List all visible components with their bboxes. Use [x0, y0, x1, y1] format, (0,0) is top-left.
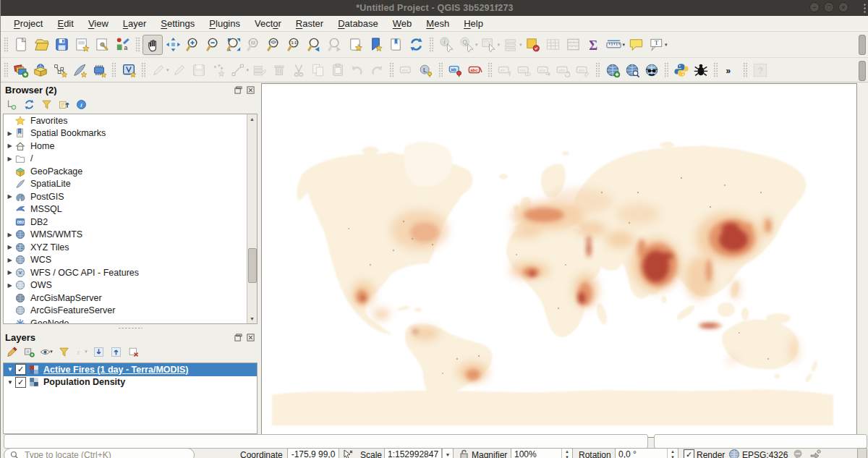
- expander-icon[interactable]: ▼: [5, 379, 15, 386]
- expander-icon[interactable]: ▶: [5, 282, 14, 289]
- browser-item-arcgismapserver[interactable]: ArcGisMapServer: [4, 292, 257, 305]
- toolbar-drag-handle[interactable]: [859, 61, 866, 81]
- toolbar-grip[interactable]: [389, 62, 393, 78]
- scroll-up-icon[interactable]: ▲: [247, 114, 257, 124]
- locator-input[interactable]: [23, 449, 171, 458]
- show-bookmarks-button[interactable]: [365, 35, 386, 55]
- browser-item-wms-wmts[interactable]: ▶WMS/WMTS: [4, 229, 257, 242]
- add-vector-layer-button[interactable]: [30, 60, 50, 80]
- debug-bug-button[interactable]: [691, 60, 710, 80]
- toolbar-grip[interactable]: [713, 62, 718, 78]
- zoom-full-button[interactable]: [224, 35, 244, 55]
- layer-row-population-density[interactable]: ▼✓Population Density: [4, 376, 257, 389]
- data-source-manager-button[interactable]: [11, 60, 30, 80]
- globe-incognito-button[interactable]: [642, 60, 661, 80]
- new-print-layout-button[interactable]: [72, 35, 92, 55]
- add-group-button[interactable]: [21, 344, 37, 359]
- zoom-in-button[interactable]: [183, 35, 203, 55]
- menu-layer[interactable]: Layer: [116, 17, 154, 30]
- browser-item-arcgisfeatureserver[interactable]: ArcGisFeatureServer: [4, 305, 257, 318]
- label-sphere-button[interactable]: L: [416, 60, 435, 80]
- browser-item-wcs[interactable]: ▶WCS: [4, 254, 257, 267]
- menu-view[interactable]: View: [81, 17, 116, 30]
- toolbar-grip[interactable]: [4, 37, 8, 53]
- expander-icon[interactable]: ▶: [5, 143, 14, 149]
- browser-item-geonode[interactable]: GeoNode: [4, 317, 257, 324]
- select-by-form-button[interactable]: [523, 35, 543, 55]
- browser-item-mssql[interactable]: MSSQL: [4, 203, 257, 216]
- collapse-tree-button[interactable]: [56, 97, 72, 111]
- toolbar-grip[interactable]: [488, 62, 492, 78]
- zoom-native-button[interactable]: 1:1: [284, 35, 305, 55]
- pan-map-button[interactable]: [142, 35, 163, 55]
- expander-icon[interactable]: ▶: [5, 232, 14, 238]
- browser-item-spatialite[interactable]: SpatiaLite: [4, 178, 257, 191]
- statusbar-resize-handle[interactable]: [857, 448, 867, 458]
- expander-icon[interactable]: ▶: [5, 244, 14, 250]
- render-checkbox[interactable]: ✓: [684, 449, 694, 458]
- globe-search-button[interactable]: [622, 60, 642, 80]
- new-virtual-layer-button[interactable]: [119, 60, 138, 80]
- text-annotation-button[interactable]: T: [646, 35, 666, 55]
- toolbar-grip[interactable]: [438, 62, 443, 78]
- open-project-button[interactable]: [31, 35, 51, 55]
- scrollbar-thumb[interactable]: [248, 248, 257, 283]
- dock-splitter[interactable]: [1, 325, 260, 331]
- new-bookmark-button[interactable]: [345, 35, 365, 55]
- extent-tracking-icon[interactable]: [342, 449, 354, 458]
- menu-settings[interactable]: Settings: [153, 17, 202, 30]
- measure-button[interactable]: [604, 35, 624, 55]
- expander-icon[interactable]: ▶: [5, 193, 14, 200]
- zoom-out-button[interactable]: [203, 35, 224, 55]
- layer-visibility-checkbox[interactable]: ✓: [15, 364, 26, 375]
- browser-item-geopackage[interactable]: GeoPackage: [4, 165, 257, 178]
- layers-float-button[interactable]: [234, 333, 243, 342]
- new-spatialite-layer-button[interactable]: [69, 60, 89, 80]
- menu-help[interactable]: Help: [456, 17, 490, 30]
- toolbar-grip[interactable]: [429, 37, 433, 53]
- layer-visibility-checkbox[interactable]: ✓: [15, 377, 26, 388]
- toolbar-grip[interactable]: [111, 62, 116, 78]
- bookmark-manager-button[interactable]: [386, 35, 406, 55]
- scale-lock-icon[interactable]: [458, 449, 469, 458]
- layout-manager-button[interactable]: [92, 35, 112, 55]
- browser-item-[interactable]: ▶/: [4, 153, 257, 166]
- expander-icon[interactable]: ▶: [5, 269, 14, 276]
- menu-edit[interactable]: Edit: [50, 17, 80, 30]
- expander-icon[interactable]: ▼: [5, 366, 15, 373]
- styling-brush-button[interactable]: [4, 344, 20, 359]
- maximize-button[interactable]: □: [824, 2, 834, 12]
- filter-funnel-button[interactable]: [56, 344, 72, 359]
- rotation-spinbox[interactable]: 0,0 ° ▲▼: [615, 448, 678, 458]
- refresh-button[interactable]: [21, 97, 37, 111]
- pan-to-selection-button[interactable]: [163, 35, 183, 55]
- browser-float-button[interactable]: [234, 85, 243, 95]
- new-virtual-chip-button[interactable]: [89, 60, 109, 80]
- map-canvas[interactable]: [261, 83, 857, 438]
- menu-vector[interactable]: Vector: [247, 17, 289, 30]
- browser-item-spatial-bookmarks[interactable]: ▶Spatial Bookmarks: [4, 127, 257, 140]
- magnifier-spin-arrows-icon[interactable]: ▲▼: [561, 449, 572, 458]
- menu-raster[interactable]: Raster: [289, 17, 331, 30]
- statistical-summary-button[interactable]: Σ: [584, 35, 604, 55]
- style-manager-button[interactable]: a: [112, 35, 132, 55]
- browser-close-button[interactable]: [246, 85, 255, 95]
- browser-item-xyz-tiles[interactable]: ▶XYZ Tiles: [4, 241, 257, 254]
- toolbar-grip[interactable]: [595, 62, 600, 78]
- toolbar-grip[interactable]: [664, 62, 668, 78]
- locator-box[interactable]: [4, 448, 195, 458]
- minimize-button[interactable]: −: [809, 2, 820, 12]
- save-project-button[interactable]: [51, 35, 72, 55]
- toolbar-grip[interactable]: [743, 62, 747, 78]
- layers-close-button[interactable]: [246, 333, 255, 342]
- toolbar-grip[interactable]: [135, 37, 140, 53]
- properties-info-button[interactable]: i: [73, 97, 89, 111]
- remove-layer-button[interactable]: [125, 344, 141, 359]
- map-tips-button[interactable]: [626, 35, 646, 55]
- expander-icon[interactable]: ▶: [5, 257, 14, 263]
- close-button[interactable]: ×: [838, 2, 848, 12]
- coordinate-value[interactable]: -175,9 99,0: [287, 448, 339, 458]
- expander-icon[interactable]: ▶: [5, 156, 14, 162]
- browser-item-db2[interactable]: DB2DB2: [4, 216, 257, 229]
- toolbar-grip[interactable]: [141, 62, 145, 78]
